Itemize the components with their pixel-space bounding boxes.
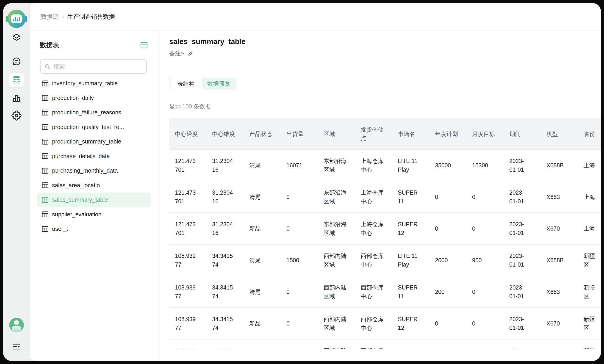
table-cell: 清尾: [243, 244, 281, 276]
table-cell: 121.473 701: [169, 150, 206, 181]
table-cell: 0: [429, 181, 466, 212]
breadcrumb-parent[interactable]: 数据源: [41, 13, 59, 21]
table-cell: 34.3415 74: [206, 340, 243, 349]
table-cell: [243, 340, 281, 349]
table-cell: 121.473 701: [169, 181, 206, 212]
table-cell: 0: [466, 213, 503, 244]
table-cell: 西部仓库 中心: [355, 308, 392, 339]
table-cell: 2023- 01-01: [503, 276, 541, 307]
edit-note-button[interactable]: [187, 50, 194, 57]
table-cell: 2023- 01-01: [503, 213, 541, 244]
table-cell: 上海: [578, 181, 601, 212]
column-header: 机型: [541, 118, 578, 149]
table-cell: 0: [281, 276, 318, 307]
app-window: 数据源 › 生产制造销售数据 数据表: [0, 0, 604, 364]
search-input[interactable]: [53, 63, 143, 70]
table-cell: LITE 11 Play: [392, 244, 429, 276]
table-cell: SUPER 12: [392, 213, 429, 244]
table-cell: 新疆 区: [578, 308, 601, 339]
note-label: 备注:-: [169, 49, 184, 57]
sidebar-item-production-failure-reasons[interactable]: production_failure_reasons: [37, 105, 151, 120]
table-cell: X663: [541, 181, 578, 212]
table-cell: 东部沿海 区域: [318, 181, 355, 212]
table-icon: [41, 94, 49, 102]
sidebar-item-user-t[interactable]: user_t: [37, 222, 151, 236]
table-cell: 西部仓库 中心: [355, 244, 392, 276]
table-cell: 上海: [578, 213, 601, 244]
column-header: 出货量: [281, 118, 318, 149]
tab-data-preview[interactable]: 数据预览: [202, 78, 236, 89]
tables-sidebar: 数据表 inventory_summary_tableproduction_da…: [30, 31, 158, 361]
sidebar-item-label: production_daily: [52, 95, 94, 101]
app-frame: 数据源 › 生产制造销售数据 数据表: [3, 3, 601, 361]
table-cell: 上海仓库 中心: [355, 150, 392, 181]
user-avatar[interactable]: [9, 318, 24, 332]
table-cell: 0: [429, 308, 466, 339]
collapse-sidebar-button[interactable]: [9, 339, 24, 354]
table-cell: [392, 340, 429, 349]
chat-icon: [12, 56, 22, 66]
sidebar-item-purchasing-monthly-data[interactable]: purchasing_monthly_data: [37, 163, 151, 178]
table-row: 121.473 70131.2304 16新品0东部沿海 区域上海仓库 中心SU…: [169, 213, 601, 244]
sidebar-nav-layers[interactable]: [9, 30, 24, 45]
sidebar-item-sales-summary-table[interactable]: sales_summary_table: [37, 193, 151, 207]
content-card: 数据源 › 生产制造销售数据 数据表: [30, 3, 601, 361]
table-cell: 0: [466, 181, 503, 212]
table-icon: [41, 123, 49, 131]
sidebar-title: 数据表: [40, 41, 59, 49]
sidebar-item-label: purchasing_monthly_data: [52, 167, 118, 174]
sidebar-item-production-summary-table[interactable]: production_summary_table: [37, 134, 151, 149]
sidebar-item-label: production_failure_reasons: [52, 109, 121, 116]
sidebar-item-sales-area-locatio[interactable]: sales_area_locatio: [37, 178, 151, 193]
collapse-sidebar-icon: [12, 341, 22, 352]
sidebar-nav-charts[interactable]: [9, 91, 24, 105]
layers-icon: [12, 33, 22, 43]
table-cell: X688B: [541, 150, 578, 181]
avatar-body: [12, 326, 21, 332]
sidebar-item-production-quality-test-re-[interactable]: production_quality_test_re...: [37, 120, 151, 134]
add-table-button[interactable]: [140, 41, 148, 49]
table-cell: 34.3415 74: [206, 276, 243, 307]
table-cell: 0: [281, 308, 318, 339]
table-cell: 0: [281, 213, 318, 244]
sidebar-item-production-daily[interactable]: production_daily: [37, 91, 151, 105]
table-cell: SUPER 11: [392, 276, 429, 307]
table-row: 121.473 70131.2304 16清尾0东部沿海 区域上海仓库 中心SU…: [169, 181, 601, 213]
sidebar-nav-datasource[interactable]: [9, 73, 24, 87]
table-row: 108.939 7734.3415 74清尾1500西部内陆 区域西部仓库 中心…: [169, 244, 601, 276]
sidebar-nav-settings[interactable]: [9, 108, 24, 123]
sidebar-item-supplier-evaluation[interactable]: supplier_evaluation: [37, 207, 151, 222]
table-cell: LITE 11 Play: [392, 150, 429, 181]
table-cell: [466, 340, 503, 349]
table-icon: [41, 196, 49, 204]
sidebar-item-label: sales_summary_table: [52, 196, 108, 203]
row-count-text: 显示 100 条数据: [169, 103, 601, 110]
column-header: 月度目标: [466, 118, 503, 149]
app-logo-face: [11, 14, 22, 23]
table-cell: 上海仓库 中心: [355, 213, 392, 244]
sidebar-item-label: user_t: [52, 226, 68, 232]
table-cell: 1500: [281, 244, 318, 276]
table-body: 121.473 70131.2304 16清尾16071东部沿海 区域上海仓库 …: [169, 150, 601, 349]
table-row: 108.939 7734.3415 74西部内陆 区域西部仓库 中心2023- …: [169, 340, 601, 349]
sidebar-item-label: production_summary_table: [52, 138, 121, 145]
table-row: 108.939 7734.3415 74新品0西部内陆 区域西部仓库 中心SUP…: [169, 308, 601, 340]
main-panel: sales_summary_table 备注:- 表结构 数据预览: [158, 30, 601, 361]
sidebar-item-label: production_quality_test_re...: [52, 124, 124, 130]
table-cell: 0: [466, 308, 503, 339]
table-cell: 108.939 77: [169, 276, 206, 307]
table-cell: 121.473 701: [169, 213, 206, 244]
table-cell: 上海: [578, 150, 601, 181]
database-icon: [12, 75, 22, 85]
sidebar-nav-chat[interactable]: [9, 54, 24, 69]
table-cell: X670: [541, 213, 578, 244]
tab-table-structure[interactable]: 表结构: [171, 78, 201, 89]
table-header-row: 中心经度中心维度产品状态出货量区域发货仓储 点市场名年度计划月度目标期间机型省份: [169, 118, 601, 150]
sidebar-item-purchase-details-data[interactable]: purchase_details_data: [37, 149, 151, 164]
table-cell: 0: [466, 276, 503, 307]
table-cell: [541, 340, 578, 349]
pencil-icon: [187, 50, 194, 57]
table-cell: [281, 340, 318, 349]
sidebar-item-label: supplier_evaluation: [52, 211, 101, 218]
sidebar-item-inventory-summary-table[interactable]: inventory_summary_table: [37, 76, 151, 91]
